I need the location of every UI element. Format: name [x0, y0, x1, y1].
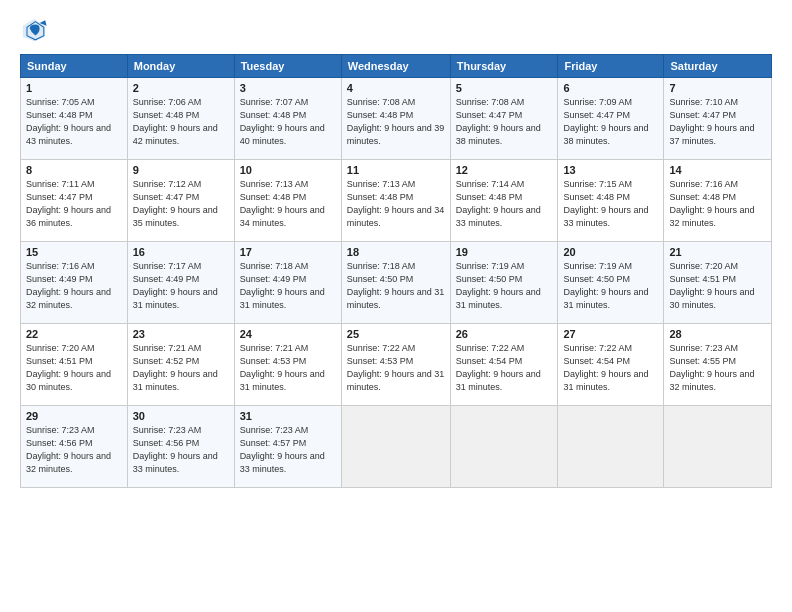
day-header-tuesday: Tuesday: [234, 55, 341, 78]
day-number: 15: [26, 246, 122, 258]
day-number: 16: [133, 246, 229, 258]
day-number: 30: [133, 410, 229, 422]
day-info: Sunrise: 7:11 AMSunset: 4:47 PMDaylight:…: [26, 179, 111, 228]
day-number: 23: [133, 328, 229, 340]
day-info: Sunrise: 7:15 AMSunset: 4:48 PMDaylight:…: [563, 179, 648, 228]
day-header-monday: Monday: [127, 55, 234, 78]
day-info: Sunrise: 7:23 AMSunset: 4:57 PMDaylight:…: [240, 425, 325, 474]
calendar-week-1: 1 Sunrise: 7:05 AMSunset: 4:48 PMDayligh…: [21, 78, 772, 160]
day-info: Sunrise: 7:18 AMSunset: 4:49 PMDaylight:…: [240, 261, 325, 310]
calendar-cell: 18 Sunrise: 7:18 AMSunset: 4:50 PMDaylig…: [341, 242, 450, 324]
day-info: Sunrise: 7:13 AMSunset: 4:48 PMDaylight:…: [240, 179, 325, 228]
day-info: Sunrise: 7:14 AMSunset: 4:48 PMDaylight:…: [456, 179, 541, 228]
day-number: 9: [133, 164, 229, 176]
day-info: Sunrise: 7:07 AMSunset: 4:48 PMDaylight:…: [240, 97, 325, 146]
calendar-cell: 29 Sunrise: 7:23 AMSunset: 4:56 PMDaylig…: [21, 406, 128, 488]
calendar-cell: 27 Sunrise: 7:22 AMSunset: 4:54 PMDaylig…: [558, 324, 664, 406]
calendar-cell: 31 Sunrise: 7:23 AMSunset: 4:57 PMDaylig…: [234, 406, 341, 488]
logo-icon: [20, 16, 48, 44]
calendar-cell: 8 Sunrise: 7:11 AMSunset: 4:47 PMDayligh…: [21, 160, 128, 242]
day-info: Sunrise: 7:19 AMSunset: 4:50 PMDaylight:…: [456, 261, 541, 310]
calendar-cell: 14 Sunrise: 7:16 AMSunset: 4:48 PMDaylig…: [664, 160, 772, 242]
day-info: Sunrise: 7:17 AMSunset: 4:49 PMDaylight:…: [133, 261, 218, 310]
calendar-cell: 5 Sunrise: 7:08 AMSunset: 4:47 PMDayligh…: [450, 78, 558, 160]
page: SundayMondayTuesdayWednesdayThursdayFrid…: [0, 0, 792, 612]
day-number: 26: [456, 328, 553, 340]
calendar-week-3: 15 Sunrise: 7:16 AMSunset: 4:49 PMDaylig…: [21, 242, 772, 324]
day-info: Sunrise: 7:09 AMSunset: 4:47 PMDaylight:…: [563, 97, 648, 146]
calendar-cell: 15 Sunrise: 7:16 AMSunset: 4:49 PMDaylig…: [21, 242, 128, 324]
day-info: Sunrise: 7:06 AMSunset: 4:48 PMDaylight:…: [133, 97, 218, 146]
calendar-cell: 25 Sunrise: 7:22 AMSunset: 4:53 PMDaylig…: [341, 324, 450, 406]
day-number: 21: [669, 246, 766, 258]
day-header-friday: Friday: [558, 55, 664, 78]
calendar-cell: [450, 406, 558, 488]
calendar-cell: 16 Sunrise: 7:17 AMSunset: 4:49 PMDaylig…: [127, 242, 234, 324]
day-info: Sunrise: 7:21 AMSunset: 4:53 PMDaylight:…: [240, 343, 325, 392]
day-info: Sunrise: 7:21 AMSunset: 4:52 PMDaylight:…: [133, 343, 218, 392]
calendar-cell: [558, 406, 664, 488]
day-info: Sunrise: 7:19 AMSunset: 4:50 PMDaylight:…: [563, 261, 648, 310]
calendar-cell: 17 Sunrise: 7:18 AMSunset: 4:49 PMDaylig…: [234, 242, 341, 324]
day-info: Sunrise: 7:13 AMSunset: 4:48 PMDaylight:…: [347, 179, 445, 228]
header: [20, 16, 772, 44]
calendar-cell: 1 Sunrise: 7:05 AMSunset: 4:48 PMDayligh…: [21, 78, 128, 160]
day-number: 7: [669, 82, 766, 94]
day-header-saturday: Saturday: [664, 55, 772, 78]
day-info: Sunrise: 7:23 AMSunset: 4:56 PMDaylight:…: [26, 425, 111, 474]
day-number: 6: [563, 82, 658, 94]
day-info: Sunrise: 7:22 AMSunset: 4:54 PMDaylight:…: [563, 343, 648, 392]
calendar-header-row: SundayMondayTuesdayWednesdayThursdayFrid…: [21, 55, 772, 78]
calendar-cell: 13 Sunrise: 7:15 AMSunset: 4:48 PMDaylig…: [558, 160, 664, 242]
day-info: Sunrise: 7:23 AMSunset: 4:56 PMDaylight:…: [133, 425, 218, 474]
day-number: 24: [240, 328, 336, 340]
calendar-cell: 21 Sunrise: 7:20 AMSunset: 4:51 PMDaylig…: [664, 242, 772, 324]
day-number: 3: [240, 82, 336, 94]
day-number: 11: [347, 164, 445, 176]
logo: [20, 16, 52, 44]
calendar-cell: 4 Sunrise: 7:08 AMSunset: 4:48 PMDayligh…: [341, 78, 450, 160]
calendar-cell: 2 Sunrise: 7:06 AMSunset: 4:48 PMDayligh…: [127, 78, 234, 160]
calendar-cell: 20 Sunrise: 7:19 AMSunset: 4:50 PMDaylig…: [558, 242, 664, 324]
day-number: 25: [347, 328, 445, 340]
day-number: 17: [240, 246, 336, 258]
calendar-cell: 28 Sunrise: 7:23 AMSunset: 4:55 PMDaylig…: [664, 324, 772, 406]
day-number: 29: [26, 410, 122, 422]
day-number: 20: [563, 246, 658, 258]
day-number: 27: [563, 328, 658, 340]
calendar-cell: [664, 406, 772, 488]
calendar-cell: 6 Sunrise: 7:09 AMSunset: 4:47 PMDayligh…: [558, 78, 664, 160]
day-info: Sunrise: 7:10 AMSunset: 4:47 PMDaylight:…: [669, 97, 754, 146]
calendar-cell: 24 Sunrise: 7:21 AMSunset: 4:53 PMDaylig…: [234, 324, 341, 406]
day-number: 22: [26, 328, 122, 340]
day-info: Sunrise: 7:08 AMSunset: 4:47 PMDaylight:…: [456, 97, 541, 146]
day-info: Sunrise: 7:05 AMSunset: 4:48 PMDaylight:…: [26, 97, 111, 146]
day-number: 5: [456, 82, 553, 94]
calendar-cell: 30 Sunrise: 7:23 AMSunset: 4:56 PMDaylig…: [127, 406, 234, 488]
day-number: 4: [347, 82, 445, 94]
calendar-cell: 23 Sunrise: 7:21 AMSunset: 4:52 PMDaylig…: [127, 324, 234, 406]
day-number: 28: [669, 328, 766, 340]
calendar-cell: 22 Sunrise: 7:20 AMSunset: 4:51 PMDaylig…: [21, 324, 128, 406]
day-number: 2: [133, 82, 229, 94]
calendar-week-4: 22 Sunrise: 7:20 AMSunset: 4:51 PMDaylig…: [21, 324, 772, 406]
calendar-cell: 3 Sunrise: 7:07 AMSunset: 4:48 PMDayligh…: [234, 78, 341, 160]
calendar-cell: [341, 406, 450, 488]
calendar-cell: 19 Sunrise: 7:19 AMSunset: 4:50 PMDaylig…: [450, 242, 558, 324]
calendar-cell: 12 Sunrise: 7:14 AMSunset: 4:48 PMDaylig…: [450, 160, 558, 242]
calendar-cell: 26 Sunrise: 7:22 AMSunset: 4:54 PMDaylig…: [450, 324, 558, 406]
day-number: 10: [240, 164, 336, 176]
day-header-wednesday: Wednesday: [341, 55, 450, 78]
day-number: 13: [563, 164, 658, 176]
calendar-cell: 10 Sunrise: 7:13 AMSunset: 4:48 PMDaylig…: [234, 160, 341, 242]
day-info: Sunrise: 7:23 AMSunset: 4:55 PMDaylight:…: [669, 343, 754, 392]
day-info: Sunrise: 7:20 AMSunset: 4:51 PMDaylight:…: [26, 343, 111, 392]
day-number: 1: [26, 82, 122, 94]
day-info: Sunrise: 7:20 AMSunset: 4:51 PMDaylight:…: [669, 261, 754, 310]
day-info: Sunrise: 7:22 AMSunset: 4:54 PMDaylight:…: [456, 343, 541, 392]
day-number: 18: [347, 246, 445, 258]
day-number: 31: [240, 410, 336, 422]
day-info: Sunrise: 7:22 AMSunset: 4:53 PMDaylight:…: [347, 343, 445, 392]
day-number: 19: [456, 246, 553, 258]
calendar-week-2: 8 Sunrise: 7:11 AMSunset: 4:47 PMDayligh…: [21, 160, 772, 242]
